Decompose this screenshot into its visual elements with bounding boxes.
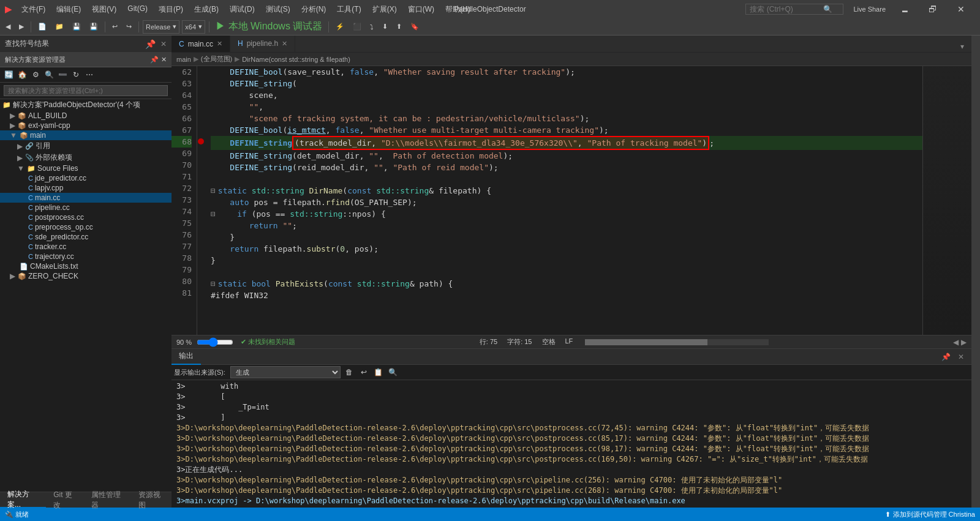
menu-extensions[interactable]: 扩展(X) — [368, 3, 402, 16]
tree-lapjv[interactable]: C lapjv.cpp — [0, 183, 172, 193]
tree-jde[interactable]: C jde_predictor.cc — [0, 173, 172, 183]
clear-output-btn[interactable]: 🗑 — [343, 366, 355, 378]
tree-zero-check[interactable]: ▶ 📦 ZERO_CHECK — [0, 271, 172, 281]
menu-build[interactable]: 生成(B) — [189, 3, 224, 16]
filter-button[interactable]: 🔍 — [43, 69, 55, 81]
bookmark-button[interactable]: 🔖 — [407, 20, 422, 34]
settings-button[interactable]: ⚙ — [29, 69, 42, 81]
close-tab-main[interactable]: ✕ — [217, 40, 222, 48]
pin-panel-icon[interactable]: 📌 — [939, 351, 953, 362]
tab-overflow-icon[interactable]: ▾ — [958, 41, 967, 52]
se-tab-resources[interactable]: 资源视图 — [131, 492, 172, 508]
open-button[interactable]: 📁 — [52, 20, 67, 34]
toggle-word-wrap-btn[interactable]: ↩ — [358, 366, 370, 378]
editor-horizontal-scrollbar[interactable] — [585, 339, 769, 345]
find-in-output-btn[interactable]: 🔍 — [387, 366, 399, 378]
menu-file[interactable]: 文件(F) — [17, 3, 50, 16]
tab-main-cc[interactable]: C main.cc ✕ — [172, 36, 230, 52]
sync-button[interactable]: 🔄 — [2, 69, 15, 81]
output-source-select[interactable]: 生成 — [230, 366, 341, 378]
step-out-button[interactable]: ⬆ — [393, 20, 405, 34]
tree-source-files[interactable]: ▼ 📁 Source Files — [0, 163, 172, 173]
tree-solution[interactable]: 📁 解决方案'PaddleObjectDetector'(4 个项 — [0, 99, 172, 111]
menu-tools[interactable]: 工具(T) — [332, 3, 366, 16]
step-over-button[interactable]: ⤵ — [367, 20, 377, 34]
collapse-button[interactable]: ➖ — [56, 69, 69, 81]
tab-pipeline-h[interactable]: H pipeline.h ✕ — [230, 36, 295, 52]
close-sidebar-icon[interactable]: ✕ — [161, 56, 167, 64]
tree-main-cc[interactable]: C main.cc — [0, 193, 172, 203]
close-panel-btn[interactable]: ✕ — [956, 351, 967, 362]
tree-preprocess[interactable]: C preprocess_op.cc — [0, 222, 172, 232]
tree-sde[interactable]: C sde_predictor.cc — [0, 232, 172, 242]
menu-edit[interactable]: 编辑(E) — [51, 3, 86, 16]
minimize-btn[interactable]: 🗕 — [891, 0, 919, 18]
pin-sidebar-icon[interactable]: 📌 — [150, 56, 159, 64]
menu-analyze[interactable]: 分析(N) — [296, 3, 331, 16]
copy-btn[interactable]: 📋 — [372, 366, 385, 378]
run-debugger-button[interactable]: ▶ 本地 Windows 调试器 — [213, 20, 325, 33]
sidebar-search-input[interactable] — [4, 85, 168, 96]
live-share-btn[interactable]: Live Share — [848, 0, 891, 18]
global-search-input[interactable] — [750, 5, 823, 13]
tree-postprocess[interactable]: C postprocess.cc — [0, 212, 172, 222]
menu-test[interactable]: 测试(S) — [261, 3, 295, 16]
se-tab-props[interactable]: 属性管理器 — [84, 492, 131, 508]
code-editor[interactable]: 62 63 64 65 66 67 68 69 70 71 72 73 74 7… — [172, 66, 971, 335]
breadcrumb-func[interactable]: DirName(const std::string & filepath) — [242, 56, 350, 63]
breadcrumb-bar: main ▶ (全局范围) ▶ DirName(const std::strin… — [172, 53, 971, 66]
new-project-button[interactable]: 📄 — [35, 20, 50, 34]
close-tab-pipeline[interactable]: ✕ — [282, 40, 287, 48]
step-into-button[interactable]: ⬇ — [379, 20, 391, 34]
output-content[interactable]: 3> with3> [3> _Tp=int3> ]3>D:\workshop\d… — [172, 380, 971, 508]
home-button[interactable]: 🏠 — [16, 69, 28, 81]
menu-debug[interactable]: 调试(D) — [225, 3, 260, 16]
redo-button[interactable]: ↪ — [123, 20, 135, 34]
breadcrumb-main[interactable]: main — [176, 56, 191, 63]
tree-ext-yaml[interactable]: ▶ 📦 ext-yaml-cpp — [0, 121, 172, 130]
tree-label: ALL_BUILD — [28, 111, 67, 120]
tree-ext-deps[interactable]: ▶ 📎 外部依赖项 — [0, 152, 172, 163]
collapse-marker3[interactable]: ⊟ — [211, 278, 216, 290]
breakpoint-button[interactable]: ⬛ — [350, 20, 364, 34]
find-results-tab[interactable]: 查找符号结果 — [5, 39, 49, 49]
breadcrumb-global[interactable]: (全局范围) — [201, 54, 232, 64]
tree-main[interactable]: ▼ 📦 main — [0, 130, 172, 140]
collapse-marker[interactable]: ⊟ — [211, 185, 216, 197]
zoom-slider[interactable] — [197, 338, 233, 347]
se-tab-solution[interactable]: 解决方案... — [0, 492, 46, 508]
attach-button[interactable]: ⚡ — [333, 20, 347, 34]
tree-pipeline[interactable]: C pipeline.cc — [0, 203, 172, 212]
tree-ref[interactable]: ▶ 🔗 引用 — [0, 140, 172, 152]
collapse-marker2[interactable]: ⊟ — [211, 208, 216, 220]
back-button[interactable]: ◀ — [2, 20, 13, 34]
undo-button[interactable]: ↩ — [109, 20, 121, 34]
next-diff-icon[interactable]: ▶ — [961, 338, 967, 347]
tree-trajectory[interactable]: C trajectory.cc — [0, 252, 172, 261]
config-dropdown[interactable]: Release ▾ — [143, 20, 179, 34]
close-panel-icon[interactable]: ✕ — [160, 40, 167, 48]
tree-tracker[interactable]: C tracker.cc — [0, 242, 172, 252]
pin-icon[interactable]: 📌 — [145, 39, 156, 49]
right-scrollbar[interactable] — [971, 36, 980, 508]
menu-window[interactable]: 窗口(W) — [403, 3, 439, 16]
forward-button[interactable]: ▶ — [16, 20, 27, 34]
scrollbar-thumb[interactable] — [585, 339, 707, 345]
code-content[interactable]: DEFINE_bool(save_result, false, "Whether… — [197, 66, 922, 335]
save-button[interactable]: 💾 — [69, 20, 84, 34]
se-tab-git[interactable]: Git 更改 — [46, 492, 84, 508]
close-btn[interactable]: ✕ — [947, 0, 975, 18]
save-all-button[interactable]: 💾 — [86, 20, 101, 34]
prev-diff-icon[interactable]: ◀ — [953, 338, 959, 347]
tree-all-build[interactable]: ▶ 📦 ALL_BUILD — [0, 111, 172, 121]
global-search-box[interactable]: 🔍 — [745, 4, 843, 15]
refresh-button[interactable]: ↻ — [70, 69, 82, 81]
platform-dropdown[interactable]: x64 ▾ — [182, 20, 205, 34]
tree-cmake[interactable]: 📄 CMakeLists.txt — [0, 261, 172, 271]
maximize-btn[interactable]: 🗗 — [919, 0, 947, 18]
menu-git[interactable]: Git(G) — [123, 3, 153, 16]
more-button[interactable]: ⋯ — [83, 69, 96, 81]
menu-project[interactable]: 项目(P) — [154, 3, 188, 16]
output-tab[interactable]: 输出 — [172, 349, 201, 365]
menu-view[interactable]: 视图(V) — [87, 3, 121, 16]
